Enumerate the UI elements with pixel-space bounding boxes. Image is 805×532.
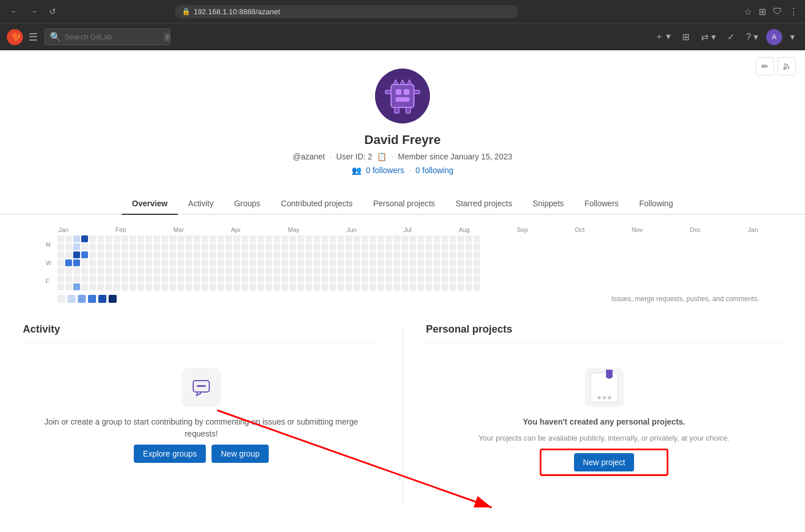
- tab-contributed-projects[interactable]: Contributed projects: [270, 193, 362, 215]
- svg-rect-2: [391, 85, 414, 107]
- chart-cell: [161, 235, 168, 242]
- chart-cell: [345, 251, 352, 258]
- chart-cell: [449, 283, 456, 290]
- chart-cell: [409, 235, 416, 242]
- chart-week: [153, 235, 160, 290]
- chart-cell: [337, 259, 344, 266]
- chart-cell: [145, 283, 152, 290]
- chart-cell: [73, 251, 80, 258]
- legend-level-3: [88, 295, 96, 303]
- chart-cell: [417, 251, 424, 258]
- refresh-button[interactable]: ↺: [46, 6, 59, 17]
- rss-button[interactable]: [778, 57, 796, 75]
- day-label-m: M: [46, 242, 57, 248]
- copy-id-icon[interactable]: 📋: [377, 152, 386, 161]
- personal-projects-section: Personal projects You haven't created an…: [402, 323, 782, 506]
- chart-cell: [321, 235, 328, 242]
- tab-personal-projects[interactable]: Personal projects: [363, 193, 445, 215]
- chart-cell: [265, 267, 272, 274]
- tab-followers[interactable]: Followers: [574, 193, 629, 215]
- chart-cell: [297, 267, 304, 274]
- chart-week: [97, 235, 104, 290]
- shield-icon[interactable]: 🛡: [773, 6, 782, 17]
- tab-following[interactable]: Following: [629, 193, 683, 215]
- chart-week: [81, 235, 88, 290]
- chart-cell: [193, 267, 200, 274]
- chart-cell: [225, 267, 232, 274]
- chart-cell: [185, 267, 192, 274]
- new-group-button[interactable]: New group: [212, 445, 269, 463]
- chart-cell: [201, 235, 208, 242]
- activity-empty-state: Join or create a group to start contribu…: [23, 357, 380, 474]
- chart-cell: [385, 275, 392, 282]
- chart-cell: [121, 275, 128, 282]
- projects-empty-state: You haven't created any personal project…: [426, 357, 782, 483]
- new-project-button[interactable]: New project: [574, 453, 635, 471]
- chart-cell: [393, 259, 400, 266]
- chart-cell: [449, 235, 456, 242]
- merge-request-button[interactable]: ⇄ ▾: [698, 29, 719, 45]
- help-button[interactable]: ? ▾: [743, 29, 762, 45]
- tab-snippets[interactable]: Snippets: [523, 193, 574, 215]
- tab-groups[interactable]: Groups: [224, 193, 270, 215]
- star-icon[interactable]: ☆: [744, 6, 752, 17]
- chart-cell: [57, 243, 64, 250]
- hamburger-icon[interactable]: ☰: [29, 31, 38, 43]
- chart-week: [145, 235, 152, 290]
- chart-cell: [273, 243, 280, 250]
- chart-cell: [425, 243, 432, 250]
- chart-cell: [409, 259, 416, 266]
- user-id: User ID: 2: [336, 152, 372, 161]
- chart-cell: [233, 259, 240, 266]
- chart-cell: [273, 275, 280, 282]
- chart-cell: [361, 251, 368, 258]
- search-box[interactable]: 🔍 /: [45, 29, 170, 45]
- address-bar[interactable]: 🔒 192.168.1.10:8888/azanet: [175, 5, 518, 18]
- chart-cell: [265, 259, 272, 266]
- followers-link[interactable]: 0 followers: [366, 166, 404, 175]
- chart-cell: [465, 259, 472, 266]
- chart-week: [465, 235, 472, 290]
- chart-cell: [425, 275, 432, 282]
- month-may: May: [288, 226, 300, 233]
- tab-starred-projects[interactable]: Starred projects: [445, 193, 523, 215]
- following-link[interactable]: 0 following: [416, 166, 453, 175]
- chart-week: [353, 235, 360, 290]
- chart-cell: [409, 251, 416, 258]
- chart-cell: [409, 243, 416, 250]
- chart-cell: [233, 235, 240, 242]
- legend-level-4: [98, 295, 106, 303]
- browser-menu-icon[interactable]: ⋮: [789, 6, 798, 17]
- chart-cell: [465, 267, 472, 274]
- chart-cell: [241, 235, 248, 242]
- back-button[interactable]: ←: [7, 6, 22, 17]
- gitlab-logo[interactable]: [7, 29, 23, 45]
- chart-cell: [241, 251, 248, 258]
- search-input[interactable]: [65, 33, 161, 41]
- tab-activity[interactable]: Activity: [178, 193, 224, 215]
- chart-cell: [449, 267, 456, 274]
- chart-cell: [249, 251, 256, 258]
- chart-cell: [417, 267, 424, 274]
- chart-cell: [57, 275, 64, 282]
- todo-button[interactable]: ✓: [724, 29, 738, 45]
- two-column-layout: Activity Join or create a group to start…: [0, 323, 805, 506]
- chart-cell: [81, 283, 88, 290]
- chart-cell: [449, 259, 456, 266]
- extensions-icon[interactable]: ⊞: [759, 6, 766, 17]
- board-button[interactable]: ⊞: [679, 29, 693, 45]
- chart-cell: [401, 259, 408, 266]
- user-avatar-nav[interactable]: A: [766, 29, 782, 45]
- edit-profile-button[interactable]: ✏: [756, 57, 774, 75]
- chart-cell: [273, 251, 280, 258]
- chart-cell: [433, 259, 440, 266]
- forward-button[interactable]: →: [26, 6, 41, 17]
- tab-overview[interactable]: Overview: [122, 193, 178, 215]
- chart-cell: [393, 235, 400, 242]
- new-item-button[interactable]: ＋ ▾: [651, 29, 674, 45]
- avatar-dropdown[interactable]: ▾: [787, 29, 798, 45]
- chart-cell: [265, 275, 272, 282]
- svg-rect-9: [385, 90, 391, 94]
- chart-week: [409, 235, 416, 290]
- explore-groups-button[interactable]: Explore groups: [134, 445, 206, 463]
